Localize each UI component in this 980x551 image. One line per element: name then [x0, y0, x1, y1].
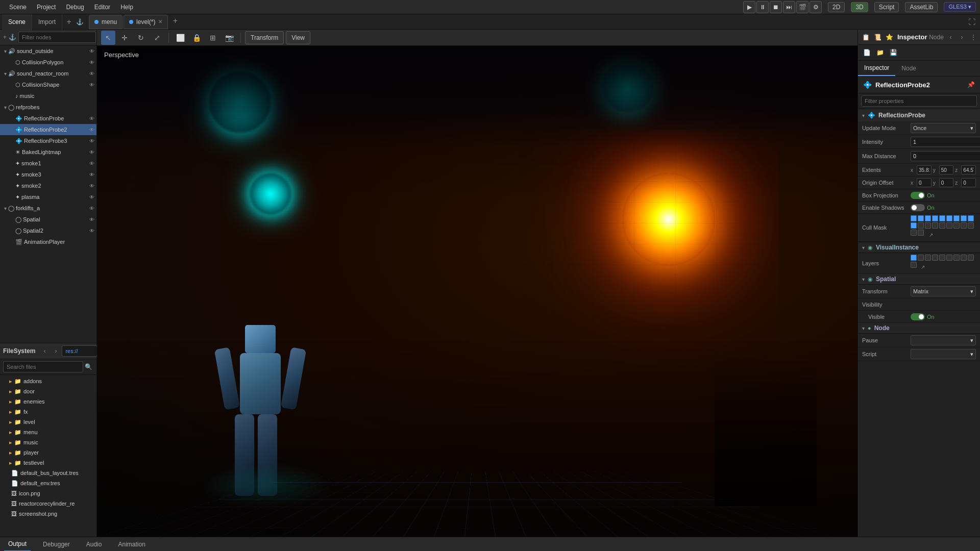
bottom-tab-debugger[interactable]: Debugger: [39, 537, 74, 552]
layers-grid[interactable]: ↗: [911, 255, 976, 272]
cull-cell-13[interactable]: [932, 222, 938, 229]
tree-item[interactable]: ⬡ CollisionShape 👁: [0, 79, 96, 90]
mode-2d-button[interactable]: 2D: [828, 2, 845, 12]
menu-editor[interactable]: Editor: [89, 0, 115, 14]
assetlib-button[interactable]: AssetLib: [905, 2, 938, 12]
cull-mask-grid[interactable]: ↗: [911, 215, 976, 240]
layer-cell-7[interactable]: [953, 255, 960, 261]
visible-toggle[interactable]: On: [911, 313, 935, 320]
layers-expand-button[interactable]: ↗: [918, 262, 928, 272]
view-mode-button[interactable]: View: [286, 31, 310, 44]
cull-cell-11[interactable]: [918, 222, 924, 229]
script-dropdown[interactable]: ▾: [911, 349, 976, 359]
origin-x-field[interactable]: [917, 178, 932, 187]
link-button[interactable]: ⚓: [75, 17, 85, 27]
cull-cell-16[interactable]: [953, 222, 960, 229]
tree-item[interactable]: ✦ smoke1 👁: [0, 158, 96, 169]
cull-cell-5[interactable]: [939, 215, 945, 221]
inspector-folder-icon[interactable]: 📁: [874, 47, 886, 58]
tree-item[interactable]: ♪ music: [0, 90, 96, 102]
enable-shadows-toggle[interactable]: On: [911, 204, 935, 211]
cull-cell-3[interactable]: [925, 215, 931, 221]
script-button[interactable]: Script: [874, 2, 899, 12]
expand-viewport-button[interactable]: ⛶: [966, 16, 978, 28]
tool-move[interactable]: ✛: [117, 31, 132, 45]
fs-item[interactable]: ▸ 📁 testlevel: [0, 458, 96, 468]
play-scene-button[interactable]: 🎬: [796, 1, 808, 13]
max-distance-field[interactable]: [911, 151, 980, 161]
reflection-probe-header[interactable]: ▾ 💠 ReflectionProbe: [858, 109, 980, 121]
pause-button[interactable]: ⏸: [756, 1, 769, 13]
cull-cell-2[interactable]: [918, 215, 924, 221]
tab-node[interactable]: Node: [895, 61, 922, 76]
tree-item[interactable]: ◯ Spatial 👁: [0, 214, 96, 225]
layer-cell-1[interactable]: [911, 255, 917, 261]
transform-dropdown[interactable]: Matrix ▾: [911, 286, 976, 296]
tab-inspector[interactable]: Inspector: [858, 61, 895, 76]
cull-cell-4[interactable]: [932, 215, 938, 221]
stop-button[interactable]: ⏹: [770, 1, 782, 13]
cull-expand-button[interactable]: ↗: [926, 230, 936, 240]
tool-scale[interactable]: ⤢: [150, 31, 164, 45]
cull-cell-12[interactable]: [925, 222, 931, 229]
layer-cell-9[interactable]: [968, 255, 974, 261]
bottom-tab-audio[interactable]: Audio: [82, 537, 106, 552]
bottom-tab-animation[interactable]: Animation: [114, 537, 149, 552]
cull-cell-20[interactable]: [918, 230, 924, 236]
editor-tab-menu[interactable]: menu: [89, 15, 122, 29]
enable-shadows-track[interactable]: [911, 204, 925, 211]
cull-cell-10[interactable]: [911, 222, 917, 229]
tool-camera[interactable]: 📷: [222, 31, 236, 45]
fs-item[interactable]: ▸ 📁 menu: [0, 427, 96, 437]
fs-path-input[interactable]: [62, 345, 97, 357]
instance-button[interactable]: ⚓: [9, 32, 16, 42]
filesystem-search-input[interactable]: [3, 361, 83, 372]
cull-cell-9[interactable]: [968, 215, 974, 221]
cull-cell-6[interactable]: [946, 215, 952, 221]
transform-mode-button[interactable]: Transform: [245, 31, 284, 44]
tool-rotate[interactable]: ↻: [134, 31, 148, 45]
visual-instance-header[interactable]: ▾ ◉ VisualInstance: [858, 242, 980, 253]
play-button[interactable]: ▶: [743, 1, 755, 13]
inspector-file-icon[interactable]: 📄: [861, 47, 872, 58]
gles-badge[interactable]: GLES3 ▾: [944, 2, 976, 12]
tree-item[interactable]: 💠 ReflectionProbe3 👁: [0, 135, 96, 146]
visible-track[interactable]: [911, 313, 925, 320]
tree-item[interactable]: ▾ 🔊 sound_reactor_room 👁: [0, 68, 96, 79]
cull-cell-19[interactable]: [911, 230, 917, 236]
cull-cell-1[interactable]: [911, 215, 917, 221]
fs-item[interactable]: ▸ 📁 level: [0, 417, 96, 427]
layer-cell-6[interactable]: [946, 255, 952, 261]
editor-tab-level[interactable]: level(*) ✕: [124, 15, 168, 29]
viewport-canvas[interactable]: Perspective: [97, 46, 857, 537]
tab-import[interactable]: Import: [32, 14, 62, 30]
inspector-nav-forward[interactable]: ›: [957, 32, 967, 42]
tree-item[interactable]: ▾ ◯ forklifts_a 👁: [0, 203, 96, 214]
layer-cell-3[interactable]: [925, 255, 931, 261]
origin-y-field[interactable]: [939, 178, 954, 187]
close-tab-button[interactable]: ✕: [158, 19, 162, 24]
layer-cell-8[interactable]: [961, 255, 967, 261]
extents-x-field[interactable]: [917, 165, 932, 174]
tree-item[interactable]: ▾ ◯ refprobes: [0, 102, 96, 113]
fs-item[interactable]: ▸ 📁 fx: [0, 407, 96, 417]
fs-item[interactable]: ▸ 📁 music: [0, 437, 96, 447]
tree-item[interactable]: ✦ smoke2 👁: [0, 180, 96, 191]
inspector-save-icon[interactable]: 💾: [888, 47, 899, 58]
fs-back-button[interactable]: ‹: [39, 346, 50, 356]
node-pin-button[interactable]: 📌: [966, 80, 976, 90]
fs-item[interactable]: ▸ 📁 door: [0, 386, 96, 396]
tree-item[interactable]: ▾ 🔊 sound_outside 👁: [0, 45, 96, 57]
pause-dropdown[interactable]: ▾: [911, 335, 976, 345]
menu-scene[interactable]: Scene: [4, 0, 32, 14]
spatial-header[interactable]: ▾ ◉ Spatial: [858, 274, 980, 285]
menu-debug[interactable]: Debug: [61, 0, 89, 14]
tool-select-box[interactable]: ⬜: [173, 31, 187, 45]
fs-forward-button[interactable]: ›: [51, 346, 61, 356]
fs-item[interactable]: 📄 default_env.tres: [0, 478, 96, 488]
bottom-tab-output[interactable]: Output: [4, 537, 31, 552]
filter-properties-input[interactable]: [861, 95, 977, 107]
mode-3d-button[interactable]: 3D: [851, 2, 868, 12]
tree-item[interactable]: ✦ plasma 👁: [0, 191, 96, 203]
menu-help[interactable]: Help: [115, 0, 138, 14]
